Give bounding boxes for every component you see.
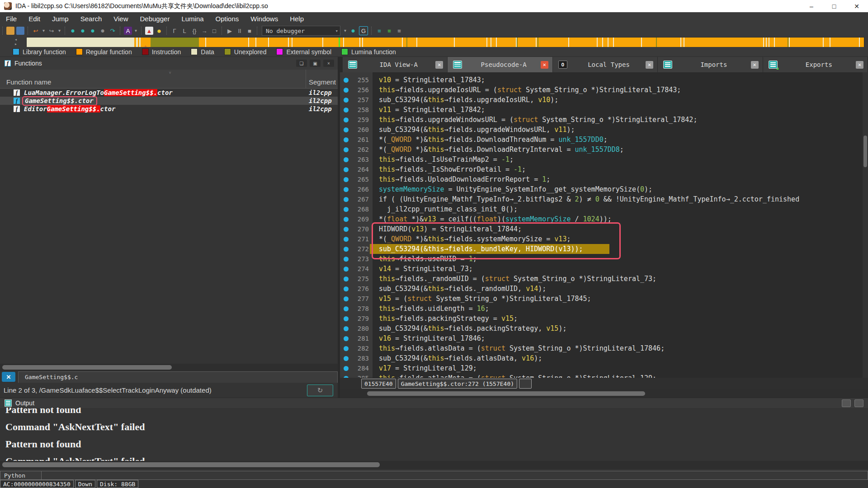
jump-arrow-icon[interactable]: ↷ bbox=[108, 27, 117, 35]
code-line[interactable]: 259this→fields.upgradeWindowsURL = (stru… bbox=[340, 115, 868, 125]
breakpoint-dot[interactable] bbox=[344, 277, 349, 282]
breakpoint-dot[interactable] bbox=[344, 147, 349, 152]
goto-icon[interactable]: → bbox=[200, 27, 208, 35]
breakpoint-dot[interactable] bbox=[344, 286, 349, 291]
menu-file[interactable]: File bbox=[0, 12, 23, 25]
scrollbar-thumb[interactable] bbox=[863, 136, 867, 167]
menu-search[interactable]: Search bbox=[75, 12, 108, 25]
functions-hscrollbar[interactable] bbox=[0, 364, 338, 371]
function-name[interactable]: LuaManager.ErrorLogToGameSetting$$.ctor bbox=[24, 89, 173, 96]
pause-icon[interactable]: II bbox=[236, 27, 244, 35]
breakpoint-dot[interactable] bbox=[344, 247, 349, 252]
code-line[interactable]: 276sub_C53294(&this→fields._randomUID, v… bbox=[340, 284, 868, 294]
menu-jump[interactable]: Jump bbox=[46, 12, 75, 25]
code-line[interactable]: 285this→fields.atlasMeta = (struct Syste… bbox=[340, 373, 868, 378]
code-line[interactable]: 283sub_C53294(&this→fields.atlasData, v1… bbox=[340, 353, 868, 363]
output-header[interactable]: Output bbox=[0, 398, 868, 408]
code-line[interactable]: 263this→fields._IsUseTrainMap2 = -1; bbox=[340, 155, 868, 164]
code-line[interactable]: 262*(_QWORD *)&this→fields.DownloadRetry… bbox=[340, 145, 868, 155]
run-icon[interactable]: ▶ bbox=[226, 27, 234, 35]
tab-pseudocode-a[interactable]: Pseudocode-A✕ bbox=[448, 57, 552, 72]
navband-scroll-buttons[interactable]: ◂ ▸ bbox=[10, 38, 22, 46]
breakpoint-dot[interactable] bbox=[344, 177, 349, 182]
func-start-icon[interactable]: Γ bbox=[170, 27, 179, 35]
undo-icon[interactable]: ↩ bbox=[32, 27, 40, 35]
output-log[interactable]: Pattern not foundCommand "AskNextText" f… bbox=[0, 408, 868, 461]
code-line[interactable]: 256this→fields.upgradeIosURL = (struct S… bbox=[340, 85, 868, 95]
text-format-icon[interactable]: A bbox=[124, 27, 132, 35]
nav-up-icon[interactable]: ● bbox=[89, 27, 97, 35]
code-line[interactable]: 261*(_QWORD *)&this→fields.DownloadThrea… bbox=[340, 135, 868, 145]
column-function-name[interactable]: Function name bbox=[6, 78, 51, 86]
dropdown-caret[interactable]: ▾ bbox=[57, 27, 61, 35]
breakpoint-dot[interactable] bbox=[344, 88, 349, 93]
code-line[interactable]: 266systemMemorySize = UnityEngine_System… bbox=[340, 184, 868, 194]
save-icon[interactable] bbox=[16, 27, 24, 35]
navband-left-arrow-icon[interactable]: ◂ bbox=[10, 38, 22, 42]
nav-forward-icon[interactable]: ● bbox=[79, 27, 87, 35]
output-clear-icon[interactable] bbox=[854, 399, 863, 407]
breakpoint-dot[interactable] bbox=[344, 366, 349, 371]
code-line[interactable]: 280sub_C53294(&this→fields.packingStrate… bbox=[340, 324, 868, 333]
code-line[interactable]: 269*(float *)&v13 = ceilf((float)(system… bbox=[340, 214, 868, 224]
breakpoint-dot[interactable] bbox=[344, 267, 349, 272]
menu-debugger[interactable]: Debugger bbox=[134, 12, 176, 25]
func-end-icon[interactable]: L bbox=[180, 27, 189, 35]
lumina-dot-icon[interactable]: ● bbox=[155, 27, 163, 35]
code-line[interactable]: 260sub_C53294(&this→fields.upgradeWindow… bbox=[340, 125, 868, 135]
menu-windows[interactable]: Windows bbox=[245, 12, 284, 25]
breakpoints-list-icon[interactable]: ≡ bbox=[375, 27, 383, 35]
breakpoint-dot[interactable] bbox=[344, 187, 349, 192]
breakpoint-dot[interactable] bbox=[344, 257, 349, 262]
code-line[interactable]: 265this→fields.UploadDownloadErrorReport… bbox=[340, 174, 868, 184]
dropdown-caret[interactable]: ▾ bbox=[134, 27, 138, 35]
breakpoint-dot[interactable] bbox=[344, 316, 349, 321]
tab-local-types[interactable]: OLocal Types✕ bbox=[553, 57, 658, 72]
close-tab-button[interactable]: ✕ bbox=[2, 372, 15, 382]
maximize-button[interactable]: □ bbox=[823, 0, 845, 12]
pseudocode-view[interactable]: 255v10 = StringLiteral_17843;256this→fie… bbox=[340, 72, 868, 378]
code-line[interactable]: 277v15 = (struct System_String_o *)Strin… bbox=[340, 294, 868, 304]
navband-right-arrow-icon[interactable]: ▸ bbox=[10, 42, 22, 47]
breakpoint-dot[interactable] bbox=[344, 197, 349, 202]
tab-close-icon[interactable]: ✕ bbox=[856, 61, 863, 69]
tab-close-icon[interactable]: ✕ bbox=[646, 61, 653, 69]
history-icon[interactable]: ● bbox=[99, 27, 107, 35]
navigation-band[interactable] bbox=[26, 37, 864, 47]
breakpoint-dot[interactable] bbox=[344, 326, 349, 331]
modules-list-icon[interactable]: ≡ bbox=[395, 27, 403, 35]
functions-panel-header[interactable]: f Functions ❏ ▣ × bbox=[0, 57, 338, 70]
output-hscrollbar[interactable] bbox=[0, 461, 868, 469]
breakpoint-dot[interactable] bbox=[344, 207, 349, 212]
code-line[interactable]: 255v10 = StringLiteral_17843; bbox=[340, 75, 868, 85]
stop-icon[interactable]: ■ bbox=[245, 27, 254, 35]
breakpoint-dot[interactable] bbox=[344, 306, 349, 311]
breakpoint-dot[interactable] bbox=[344, 167, 349, 172]
code-line[interactable]: 271*(_QWORD *)&this→fields.systemMemoryS… bbox=[340, 234, 868, 244]
code-line[interactable]: 258v11 = StringLiteral_17842; bbox=[340, 105, 868, 115]
breakpoint-dot[interactable] bbox=[344, 237, 349, 242]
breakpoint-dot[interactable] bbox=[344, 78, 349, 83]
scrollbar-thumb[interactable] bbox=[367, 391, 645, 396]
code-vscrollbar[interactable] bbox=[863, 72, 868, 378]
function-row[interactable]: fLuaManager.ErrorLogToGameSetting$$.ctor… bbox=[0, 89, 338, 97]
code-line[interactable]: 279this→fields.packingStrategy = v15; bbox=[340, 314, 868, 324]
menu-options[interactable]: Options bbox=[210, 12, 245, 25]
panel-close-icon[interactable]: × bbox=[323, 60, 334, 67]
menu-edit[interactable]: Edit bbox=[23, 12, 46, 25]
menu-view[interactable]: View bbox=[108, 12, 134, 25]
graph-toggle-icon[interactable]: G bbox=[359, 26, 368, 35]
breakpoint-dot[interactable] bbox=[344, 346, 349, 351]
column-divider[interactable] bbox=[306, 70, 306, 89]
menu-lumina[interactable]: Lumina bbox=[175, 12, 209, 25]
breakpoint-dot[interactable] bbox=[344, 108, 349, 113]
code-line[interactable]: 282this→fields.atlasData = (struct Syste… bbox=[340, 343, 868, 353]
color-mark-icon[interactable]: ▲ bbox=[145, 27, 153, 35]
dropdown-caret[interactable]: ▾ bbox=[42, 27, 46, 35]
chevron-down-icon[interactable]: ▾ bbox=[329, 28, 338, 34]
function-name[interactable]: GameSetting$$.ctor bbox=[22, 96, 97, 106]
tab-ida-view-a[interactable]: IDA View-A✕ bbox=[343, 57, 448, 72]
tab-close-icon[interactable]: ✕ bbox=[751, 61, 759, 69]
refresh-button[interactable]: ↻ bbox=[307, 385, 333, 396]
output-options-icon[interactable] bbox=[842, 399, 851, 407]
